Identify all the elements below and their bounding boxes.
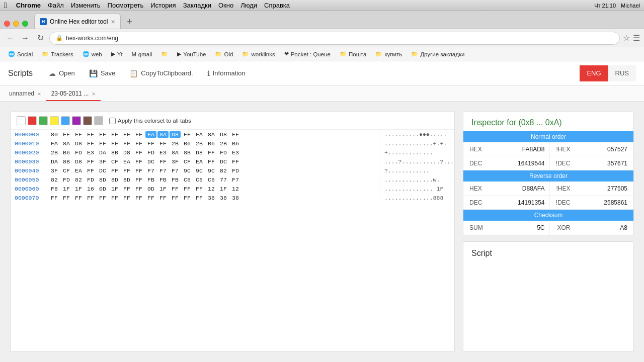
apple-menu[interactable]:  <box>4 1 7 10</box>
reverse-dec-label: DEC <box>463 197 494 208</box>
bookmark-pocket[interactable]: ❤ Pocket : Queue <box>280 49 335 60</box>
minimize-button[interactable] <box>13 21 19 27</box>
chrome-menu-icon[interactable]: ☰ <box>633 33 640 43</box>
menu-view[interactable]: Посмотреть <box>108 2 144 9</box>
file-tab-unnamed-label: unnamed <box>9 90 34 97</box>
menu-help[interactable]: Справка <box>264 2 290 9</box>
tab-bar: H Online Hex editor tool × + <box>0 11 644 29</box>
hex-ascii-7: ..............888 <box>380 195 450 201</box>
color-swatch-white[interactable] <box>17 116 26 125</box>
normal-not-hex-value: 057527 <box>575 144 634 155</box>
save-button[interactable]: 💾 Save <box>83 65 122 81</box>
color-swatch-gray[interactable] <box>94 116 103 125</box>
hex-addr-5: 0000050 <box>15 176 49 183</box>
sum-label: SUM <box>463 222 494 233</box>
menubar-time: Чт 21:10 <box>594 3 616 9</box>
menu-people[interactable]: Люди <box>240 2 257 9</box>
color-swatch-brown[interactable] <box>83 116 92 125</box>
menu-file[interactable]: Файл <box>48 2 64 9</box>
menu-edit[interactable]: Изменить <box>71 2 101 9</box>
hex-addr-6: 0000060 <box>15 186 49 192</box>
app-name[interactable]: Chrome <box>16 2 41 9</box>
color-swatch-yellow[interactable] <box>50 116 59 125</box>
file-tab-23052011[interactable]: 23-05-2011 ... × <box>46 87 101 101</box>
maximize-button[interactable] <box>22 21 28 27</box>
normal-not-dec-value: 357671 <box>575 158 634 169</box>
inspector-title: Inspector for (0x8 ... 0xA) <box>463 112 633 131</box>
app-toolbar: Scripts ☁ Open 💾 Save 📋 CopyToClipboard.… <box>0 61 644 85</box>
hex-row-0: 0000000 80 FF FF FF FF FF FF FF FA 8A D8… <box>11 130 454 139</box>
hex-ascii-0: ..........●●●..... <box>380 131 450 138</box>
url-text: hex-works.com/eng <box>66 35 118 42</box>
color-toolbar: Apply this colorset to all tabs <box>11 112 454 130</box>
inspector-panel: Inspector for (0x8 ... 0xA) Normal order… <box>463 112 634 352</box>
bookmark-trackers[interactable]: 📁 Trackers <box>38 49 77 60</box>
color-swatch-red[interactable] <box>28 116 37 125</box>
normal-not-dec-label: !DEC <box>549 158 575 169</box>
hex-bytes-3: DA 8B D8 FF 3F CF EA FF DC FF 3F CF EA F… <box>49 158 378 165</box>
cloud-icon: ☁ <box>49 69 56 77</box>
bookmark-old[interactable]: 📁 Old <box>211 49 237 60</box>
lang-eng-button[interactable]: ENG <box>580 65 608 81</box>
bookmark-gmail[interactable]: M gmail <box>128 49 156 60</box>
copy-to-clipboard-button[interactable]: 📋 CopyToClipboard. <box>123 65 199 81</box>
hex-bytes-7: FF FF FF FF FF FF FF FF FF FF FF FF FF 3… <box>49 195 378 201</box>
back-button[interactable]: ← <box>4 32 16 44</box>
apply-colorset-label[interactable]: Apply this colorset to all tabs <box>109 118 191 124</box>
hex-content[interactable]: 0000000 80 FF FF FF FF FF FF FF FA 8A D8… <box>11 130 454 351</box>
apply-colorset-text: Apply this colorset to all tabs <box>118 118 191 124</box>
bookmark-icon: 🌐 <box>8 51 15 57</box>
clipboard-icon: 📋 <box>129 69 138 77</box>
reverse-not-dec-value: 2585861 <box>575 197 634 208</box>
language-switcher: ENG RUS <box>580 65 636 81</box>
bookmark-icon: ▶ <box>111 51 115 57</box>
file-tabs-bar: unnamed × 23-05-2011 ... × <box>0 85 644 102</box>
reverse-hex-label: HEX <box>463 183 494 194</box>
menu-window[interactable]: Окно <box>218 2 233 9</box>
tab-close-button[interactable]: × <box>111 18 115 26</box>
tab-favicon: H <box>40 18 47 25</box>
hex-editor-panel: Apply this colorset to all tabs 0000000 … <box>10 112 455 352</box>
color-swatch-green[interactable] <box>39 116 48 125</box>
hex-bytes-2: 2B B6 FD E3 DA 8B D8 FF FD E3 8A 8B D8 F… <box>49 149 378 156</box>
bookmark-worklinks[interactable]: 📁 worklinks <box>238 49 279 60</box>
hex-row-5: 0000050 82 FD 82 FD 8D 8D 8D FF FB FB FB… <box>11 175 454 184</box>
lang-rus-button[interactable]: RUS <box>608 65 636 81</box>
url-bar[interactable]: 🔒 hex-works.com/eng <box>49 32 620 45</box>
bookmark-social[interactable]: 🌐 Social <box>4 49 37 60</box>
file-tab-unnamed-close[interactable]: × <box>37 90 41 98</box>
bookmark-star-icon[interactable]: ☆ <box>623 33 630 43</box>
apply-colorset-checkbox[interactable] <box>109 118 116 124</box>
chrome-window: H Online Hex editor tool × + ← → ↻ 🔒 hex… <box>0 11 644 362</box>
color-swatch-purple[interactable] <box>72 116 81 125</box>
traffic-lights <box>4 21 28 27</box>
menu-bookmarks[interactable]: Закладки <box>183 2 211 9</box>
information-button[interactable]: ℹ Information <box>201 65 252 81</box>
hex-row-2: 0000020 2B B6 FD E3 DA 8B D8 FF FD E3 8A… <box>11 148 454 157</box>
new-tab-button[interactable]: + <box>123 15 137 29</box>
bookmark-other[interactable]: 📁 Другие закладки <box>407 49 468 60</box>
bookmark-folder1[interactable]: 📁 <box>157 49 172 60</box>
close-button[interactable] <box>4 21 10 27</box>
normal-dec-row: DEC 16419544 !DEC 357671 <box>463 156 633 170</box>
open-button[interactable]: ☁ Open <box>43 65 81 81</box>
reverse-hex-row: HEX D88AFA !HEX 277505 <box>463 182 633 196</box>
bookmark-icon: ❤ <box>284 51 289 57</box>
menu-history[interactable]: История <box>150 2 176 9</box>
bookmark-kupyt[interactable]: 📁 купить <box>371 49 406 60</box>
forward-button[interactable]: → <box>19 32 31 44</box>
bookmark-youtube[interactable]: ▶ YouTube <box>173 49 210 60</box>
file-tab-unnamed[interactable]: unnamed × <box>4 87 46 101</box>
file-tab-date-close[interactable]: × <box>92 90 96 98</box>
bookmark-yt[interactable]: ▶ Yt <box>107 49 127 60</box>
bookmark-web[interactable]: 🌐 web <box>78 49 106 60</box>
browser-tab[interactable]: H Online Hex editor tool × <box>34 14 121 29</box>
refresh-button[interactable]: ↻ <box>34 32 46 44</box>
bookmark-poshta[interactable]: 📁 Пошта <box>336 49 370 60</box>
reverse-hex-value: D88AFA <box>494 183 549 194</box>
sum-value: 5C <box>494 222 549 233</box>
bookmark-icon: 📁 <box>42 51 49 57</box>
hex-row-4: 0000040 3F CF EA FF DC FF FF FF F7 F7 F7… <box>11 166 454 175</box>
color-swatch-blue[interactable] <box>61 116 70 125</box>
bookmark-icon: 🌐 <box>83 51 90 57</box>
